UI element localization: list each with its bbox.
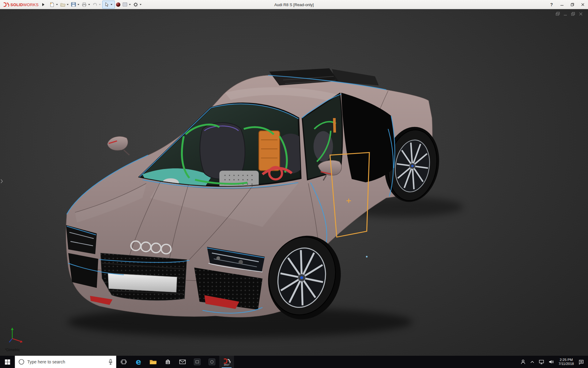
select-tool-active	[102, 1, 115, 9]
open-dropdown[interactable]	[67, 4, 69, 5]
people-icon	[520, 359, 526, 365]
graphics-viewport[interactable]: *Dimetric	[0, 9, 588, 356]
doc-new-window-icon[interactable]	[556, 12, 560, 16]
doc-minimize-icon[interactable]	[563, 12, 568, 16]
taskbar-app-file-explorer[interactable]	[146, 356, 160, 368]
network-button[interactable]	[537, 356, 546, 368]
document-title: Audi R8 S [Read-only]	[274, 0, 314, 9]
clock-time: 2:25 PM	[559, 358, 574, 362]
brand-name-light: WORKS	[23, 2, 39, 7]
windows-logo-icon	[5, 359, 10, 365]
open-button[interactable]	[59, 1, 66, 8]
new-document-icon	[49, 2, 55, 7]
taskbar-app-mail[interactable]	[175, 356, 190, 368]
design-table-icon	[122, 2, 128, 7]
volume-icon	[548, 359, 554, 364]
design-table-button[interactable]	[122, 1, 128, 8]
close-button[interactable]	[578, 0, 588, 9]
taskbar-search[interactable]	[15, 356, 116, 368]
new-document-button[interactable]	[49, 1, 55, 8]
start-button[interactable]	[0, 356, 15, 368]
print-icon	[81, 2, 87, 7]
restore-icon	[571, 3, 574, 6]
design-table-dropdown[interactable]	[129, 4, 131, 5]
appearance-button[interactable]	[115, 1, 122, 8]
options-gear-icon	[133, 2, 138, 7]
solidworks-logo: SOLIDWORKS	[0, 2, 40, 7]
undo-button[interactable]	[92, 1, 98, 8]
open-folder-icon	[60, 2, 66, 7]
undo-dropdown[interactable]	[99, 4, 101, 5]
options-dropdown[interactable]	[140, 4, 141, 5]
action-center-icon	[579, 359, 584, 365]
store-icon	[165, 359, 171, 365]
select-tool-button[interactable]	[103, 1, 110, 8]
options-button[interactable]	[132, 1, 139, 8]
print-dropdown[interactable]	[88, 4, 90, 5]
taskbar-app-store[interactable]	[160, 356, 175, 368]
people-button[interactable]	[518, 356, 528, 368]
volume-button[interactable]	[546, 356, 556, 368]
windows-taskbar: e 2017	[0, 356, 588, 368]
pinned-app-icon-2	[209, 358, 215, 365]
microphone-icon[interactable]	[108, 359, 113, 365]
feature-panel-handle[interactable]	[0, 177, 3, 185]
select-arrow-icon	[104, 2, 109, 7]
menu-flyout-arrow[interactable]	[42, 3, 44, 6]
taskbar-app-pinned-2[interactable]	[205, 356, 219, 368]
pinned-app-icon-1	[194, 358, 201, 365]
brand-name-bold: SOLID	[10, 2, 23, 7]
network-icon	[539, 359, 544, 364]
titlebar: SOLIDWORKS	[0, 0, 588, 9]
new-document-dropdown[interactable]	[56, 4, 58, 5]
appearance-sphere-icon	[115, 2, 121, 7]
panel-expand-arrow-icon	[0, 179, 3, 184]
hidden-icons-button[interactable]	[528, 356, 537, 368]
doc-close-icon[interactable]	[579, 12, 583, 16]
task-view-button[interactable]	[116, 356, 131, 368]
help-button[interactable]: ?	[546, 0, 557, 9]
file-explorer-icon	[149, 359, 157, 365]
mail-icon	[179, 359, 186, 365]
undo-icon	[92, 2, 98, 7]
chevron-up-icon	[530, 360, 534, 363]
taskbar-app-solidworks[interactable]: 2017	[219, 356, 234, 368]
taskbar-app-edge[interactable]: e	[131, 356, 146, 368]
taskbar-clock[interactable]: 2:25 PM 7/11/2018	[556, 358, 576, 366]
edge-icon: e	[136, 358, 141, 366]
maximize-button[interactable]	[567, 0, 578, 9]
save-button[interactable]	[70, 1, 77, 8]
doc-restore-icon[interactable]	[571, 12, 575, 16]
task-view-icon	[121, 359, 127, 365]
minimize-icon	[560, 3, 564, 6]
orientation-triad	[8, 326, 25, 344]
close-icon	[581, 3, 585, 6]
document-window-controls	[556, 12, 583, 16]
search-input[interactable]	[27, 359, 105, 364]
solidworks-year-label: 2017	[224, 363, 229, 366]
cortana-icon	[18, 358, 25, 365]
clock-date: 7/11/2018	[559, 362, 574, 366]
select-tool-dropdown[interactable]	[111, 4, 112, 5]
save-dropdown[interactable]	[77, 4, 79, 5]
print-button[interactable]	[81, 1, 88, 8]
view-orientation-label: *Dimetric	[5, 348, 20, 352]
save-icon	[71, 2, 76, 7]
car-3d-model[interactable]	[0, 9, 588, 356]
solidworks-app-icon: 2017	[223, 358, 231, 366]
origin-point	[366, 256, 368, 257]
taskbar-app-pinned-1[interactable]	[190, 356, 205, 368]
minimize-button[interactable]	[557, 0, 567, 9]
action-center-button[interactable]	[576, 356, 586, 368]
system-tray: 2:25 PM 7/11/2018	[518, 356, 588, 368]
ds-logo-icon	[2, 2, 9, 7]
